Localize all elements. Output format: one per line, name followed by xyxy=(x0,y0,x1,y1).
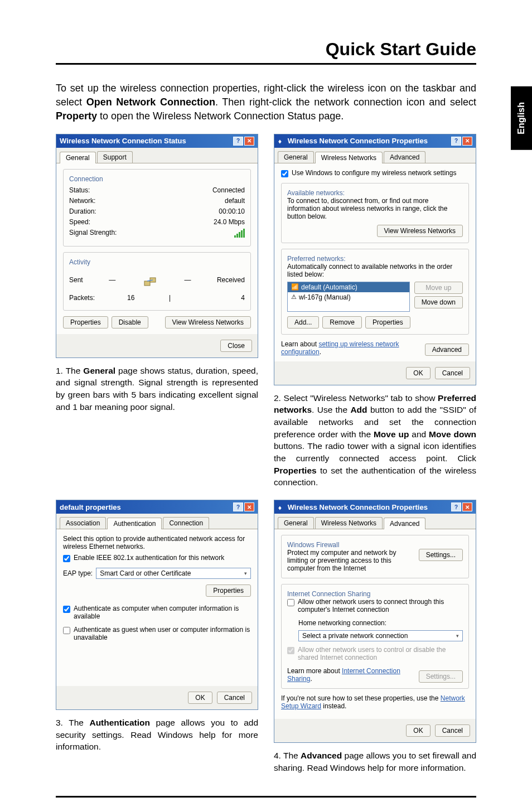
close-dialog-button[interactable]: Close xyxy=(220,340,252,352)
dialog-titlebar: Wireless Network Connection Status ? ✕ xyxy=(56,134,258,148)
tab-support[interactable]: Support xyxy=(97,151,133,163)
properties-button[interactable]: Properties xyxy=(365,316,410,328)
available-networks-group: Available networks: To connect to, disco… xyxy=(281,183,469,243)
close-button[interactable]: ✕ xyxy=(462,137,472,146)
network-icon: ⬧ xyxy=(278,137,286,145)
allow-control-checkbox xyxy=(287,647,294,654)
cancel-button[interactable]: Cancel xyxy=(217,692,252,704)
tab-general[interactable]: General xyxy=(278,517,314,529)
caption-1: 1. The General page shows status, durati… xyxy=(56,365,258,413)
page-header: Quick Start Guide xyxy=(56,39,476,60)
dialog-title: default properties xyxy=(60,503,121,511)
auth-as-guest-checkbox[interactable] xyxy=(63,627,70,634)
svg-rect-0 xyxy=(144,281,150,286)
help-button[interactable]: ? xyxy=(451,503,461,511)
signal-strength-icon xyxy=(234,229,245,238)
caption-3: 3. The Authentication page allows you to… xyxy=(56,717,258,753)
disable-button[interactable]: Disable xyxy=(112,316,148,328)
tab-general[interactable]: General xyxy=(278,151,314,163)
close-button[interactable]: ✕ xyxy=(462,503,472,511)
home-network-select[interactable]: Select a private network connection▾ xyxy=(298,630,463,641)
dialog-connection-properties: ⬧ Wireless Network Connection Properties… xyxy=(274,134,476,385)
tab-wireless-networks[interactable]: Wireless Networks xyxy=(315,517,383,529)
dialog-title: Wireless Network Connection Status xyxy=(60,137,186,145)
auth-as-computer-checkbox[interactable] xyxy=(63,606,70,613)
ics-settings-button[interactable]: Settings... xyxy=(419,670,463,683)
caption-2: 2. Select "Wireless Networks" tab to sho… xyxy=(274,392,476,489)
tab-connection[interactable]: Connection xyxy=(163,517,209,529)
move-up-button[interactable]: Move up xyxy=(414,282,463,294)
tab-association[interactable]: Association xyxy=(60,517,106,529)
connection-group: Connection Status:Connected Network:defa… xyxy=(63,169,251,247)
dialog-default-properties: default properties ? ✕ Association Authe… xyxy=(56,500,258,710)
chevron-down-icon: ▾ xyxy=(244,571,247,576)
firewall-settings-button[interactable]: Settings... xyxy=(419,549,463,561)
preferred-networks-group: Preferred networks: Automatically connec… xyxy=(281,249,469,335)
intro-paragraph: To set up the wireless connection proper… xyxy=(56,81,476,124)
ok-button[interactable]: OK xyxy=(188,692,212,704)
caption-4: 4. The Advanced page allows you to set f… xyxy=(274,750,476,774)
help-button[interactable]: ? xyxy=(233,137,243,146)
view-wireless-networks-button[interactable]: View Wireless Networks xyxy=(377,225,463,237)
list-item[interactable]: ⚠wl-167g (Manual) xyxy=(288,292,409,302)
add-button[interactable]: Add... xyxy=(287,316,319,328)
header-divider xyxy=(56,63,476,65)
dialog-connection-status: Wireless Network Connection Status ? ✕ G… xyxy=(56,134,258,358)
tab-advanced[interactable]: Advanced xyxy=(384,518,425,529)
windows-firewall-group: Windows Firewall Protect my computer and… xyxy=(281,535,469,578)
ics-group: Internet Connection Sharing Allow other … xyxy=(281,584,469,689)
language-tab: English xyxy=(511,86,532,150)
antenna-icon: 📶 xyxy=(291,283,299,291)
tab-general[interactable]: General xyxy=(60,152,96,163)
move-down-button[interactable]: Move down xyxy=(414,296,463,308)
cancel-button[interactable]: Cancel xyxy=(435,367,470,379)
page-title: Quick Start Guide xyxy=(326,39,476,60)
use-windows-checkbox[interactable] xyxy=(281,170,288,177)
advanced-button[interactable]: Advanced xyxy=(425,344,469,356)
dialog-title: ⬧ Wireless Network Connection Properties xyxy=(278,137,428,145)
enable-8021x-checkbox[interactable] xyxy=(63,555,70,562)
ok-button[interactable]: OK xyxy=(406,367,430,379)
properties-button[interactable]: Properties xyxy=(63,316,108,328)
chevron-down-icon: ▾ xyxy=(456,633,459,639)
close-button[interactable]: ✕ xyxy=(244,503,254,511)
list-item[interactable]: 📶default (Automatic) xyxy=(288,282,409,292)
help-button[interactable]: ? xyxy=(451,137,461,146)
tab-wireless-networks[interactable]: Wireless Networks xyxy=(315,152,383,163)
ok-button[interactable]: OK xyxy=(406,724,430,737)
network-activity-icon xyxy=(142,272,158,288)
dialog-connection-properties-advanced: ⬧ Wireless Network Connection Properties… xyxy=(274,500,476,743)
remove-button[interactable]: Remove xyxy=(322,316,362,328)
close-button[interactable]: ✕ xyxy=(244,137,254,146)
dialog-tabs: General Support xyxy=(56,148,258,163)
cancel-button[interactable]: Cancel xyxy=(435,724,470,737)
preferred-networks-list[interactable]: 📶default (Automatic) ⚠wl-167g (Manual) xyxy=(287,282,410,312)
dialog-title: ⬧ Wireless Network Connection Properties xyxy=(278,503,428,511)
view-wireless-networks-button[interactable]: View Wireless Networks xyxy=(165,316,251,328)
antenna-icon: ⚠ xyxy=(291,293,297,301)
eap-properties-button[interactable]: Properties xyxy=(206,584,251,597)
page-footer: ASUS WLAN Card 21 xyxy=(56,796,476,802)
activity-group: Activity Sent — — Received Packets:16|4 xyxy=(63,252,251,311)
tab-advanced[interactable]: Advanced xyxy=(384,151,425,163)
eap-type-select[interactable]: Smart Card or other Certificate▾ xyxy=(96,568,251,579)
tab-authentication[interactable]: Authentication xyxy=(107,518,162,529)
help-button[interactable]: ? xyxy=(233,503,243,511)
allow-others-checkbox[interactable] xyxy=(287,599,294,606)
network-icon: ⬧ xyxy=(278,503,286,511)
